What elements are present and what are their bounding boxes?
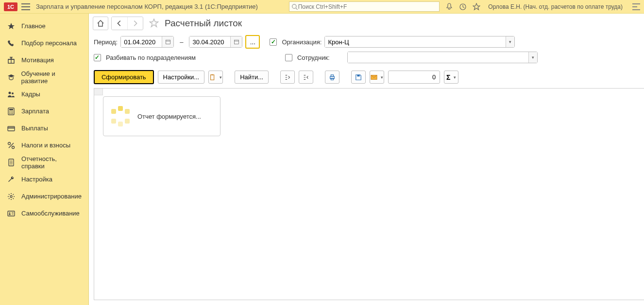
svg-point-9 (11, 111, 12, 112)
percent-icon (7, 141, 16, 150)
emp-label: Сотрудник: (297, 54, 330, 61)
print-button[interactable] (325, 71, 339, 84)
calculator-icon (7, 107, 16, 116)
form-button[interactable]: Сформировать (94, 70, 154, 84)
document-icon (7, 158, 16, 167)
sidebar-item-settings[interactable]: Настройка (0, 171, 88, 188)
sidebar-item-selfservice[interactable]: Самообслуживание (0, 205, 88, 222)
find-button[interactable]: Найти... (235, 71, 269, 84)
paste-dropdown-button[interactable] (208, 71, 223, 84)
sidebar-item-reports[interactable]: Отчетность, справки (0, 154, 88, 171)
forward-button[interactable] (127, 17, 143, 30)
sidebar-item-label: Мотивация (21, 56, 54, 64)
wrench-icon (7, 175, 16, 184)
emp-combo[interactable]: ▾ (347, 52, 538, 63)
history-icon[interactable] (459, 3, 467, 11)
sidebar-item-motivation[interactable]: Мотивация (0, 52, 88, 69)
period-dash: – (180, 38, 183, 46)
toolbar: Сформировать Настройки... Найти... Σ Еще… (89, 68, 644, 88)
sidebar-item-label: Самообслуживание (21, 210, 80, 217)
search-input[interactable] (298, 3, 438, 10)
gear-icon (7, 192, 16, 201)
chevron-down-icon[interactable]: ▾ (528, 52, 537, 63)
back-button[interactable] (112, 17, 127, 30)
panel-toggle-icon[interactable] (632, 3, 640, 10)
svg-line-18 (9, 143, 14, 148)
svg-point-12 (11, 113, 12, 114)
report-corner (94, 89, 103, 95)
settings-button[interactable]: Настройки... (158, 71, 205, 84)
collapse-icon (303, 74, 309, 81)
svg-point-4 (9, 91, 11, 94)
search-box[interactable] (289, 1, 440, 12)
wallet-icon (7, 124, 16, 133)
svg-rect-24 (8, 211, 15, 216)
star-filled-icon (7, 22, 16, 31)
svg-point-5 (12, 92, 14, 94)
emp-input[interactable] (348, 52, 528, 63)
sidebar-item-admin[interactable]: Администрирование (0, 188, 88, 205)
sidebar-item-recruiting[interactable]: Подбор персонала (0, 35, 88, 52)
svg-rect-33 (234, 40, 238, 44)
svg-point-23 (10, 196, 12, 197)
emp-checkbox[interactable] (285, 54, 292, 61)
svg-rect-7 (9, 109, 13, 110)
sigma-icon: Σ (446, 73, 450, 81)
collapse-button[interactable] (299, 71, 313, 84)
sidebar-item-payments[interactable]: Выплаты (0, 120, 88, 137)
date-from-field[interactable] (120, 36, 174, 48)
loading-panel: Отчет формируется... (103, 96, 220, 136)
svg-rect-40 (357, 74, 360, 76)
number-input[interactable] (388, 71, 440, 84)
org-checkbox[interactable] (270, 38, 277, 46)
sidebar-item-salary[interactable]: Зарплата (0, 103, 88, 120)
date-from-input[interactable] (121, 36, 162, 47)
sigma-dropdown-button[interactable]: Σ (444, 71, 458, 84)
arrow-left-icon (116, 20, 123, 27)
svg-point-10 (12, 111, 13, 112)
org-combo[interactable]: ▾ (324, 36, 515, 48)
svg-rect-35 (211, 74, 214, 80)
home-button[interactable] (93, 17, 108, 30)
user-label[interactable]: Орлова Е.Н. (Нач. отд. расчетов по оплат… (488, 3, 623, 10)
filters: Период: – ... Организация: ▾ (89, 33, 644, 68)
bell-icon[interactable] (445, 3, 453, 11)
sidebar-item-taxes[interactable]: Налоги и взносы (0, 137, 88, 154)
calendar-icon[interactable] (230, 36, 242, 47)
sidebar-item-label: Подбор персонала (21, 39, 77, 47)
favorite-star-icon[interactable] (149, 18, 159, 28)
email-icon (371, 74, 377, 80)
phone-icon (7, 39, 16, 48)
star-icon[interactable] (473, 3, 480, 11)
save-button[interactable] (351, 71, 366, 84)
svg-rect-36 (212, 74, 214, 75)
svg-line-1 (296, 8, 297, 9)
search-icon (291, 3, 298, 10)
svg-rect-15 (8, 127, 15, 128)
sidebar-item-main[interactable]: Главное (0, 18, 88, 35)
email-dropdown-button[interactable] (370, 71, 384, 84)
date-to-field[interactable] (189, 36, 242, 48)
page-header: Расчетный листок (89, 14, 644, 33)
split-checkbox[interactable] (94, 54, 101, 61)
expand-icon (284, 74, 291, 81)
org-input[interactable] (325, 36, 506, 47)
chevron-down-icon[interactable]: ▾ (506, 36, 514, 47)
calendar-icon[interactable] (162, 36, 173, 47)
main-menu-icon[interactable] (21, 3, 30, 10)
topbar: 1C Зарплата и управление персоналом КОРП… (0, 0, 644, 14)
sidebar-item-personnel[interactable]: Кадры (0, 86, 88, 103)
svg-point-11 (9, 113, 10, 114)
sidebar-item-training[interactable]: Обучение и развитие (0, 69, 88, 86)
spinner-icon (110, 106, 131, 126)
svg-point-16 (8, 142, 11, 144)
report-area[interactable]: Отчет формируется... (94, 88, 644, 300)
svg-point-8 (9, 111, 10, 112)
people-icon (7, 90, 16, 99)
period-select-button[interactable]: ... (245, 35, 260, 49)
date-to-input[interactable] (189, 36, 230, 47)
paste-icon (209, 74, 216, 81)
expand-button[interactable] (280, 71, 295, 84)
home-icon (97, 19, 104, 27)
sidebar-item-label: Администрирование (21, 193, 82, 200)
